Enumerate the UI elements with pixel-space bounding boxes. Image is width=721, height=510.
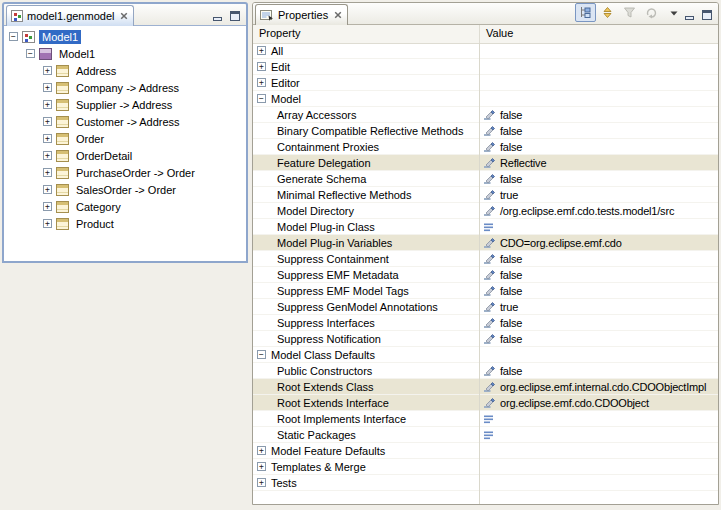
property-value-cell [479,221,718,233]
expand-icon[interactable]: + [43,202,52,211]
property-category-row[interactable]: +Editor [253,75,718,91]
property-name-cell: Suppress Interfaces [253,317,479,329]
pencil-value-icon [483,301,496,313]
property-row[interactable]: Model Plug-in Class [253,219,718,235]
property-row[interactable]: Array Accessorsfalse [253,107,718,123]
tree-item[interactable]: +Product [6,215,246,232]
value-column-header[interactable]: Value [479,25,718,43]
maximize-icon[interactable] [229,11,241,22]
tree-item-label: Address [73,64,119,78]
property-row[interactable]: Generate Schemafalse [253,171,718,187]
property-row[interactable]: Containment Proxiesfalse [253,139,718,155]
property-value: false [500,173,522,185]
expand-icon[interactable]: + [43,151,52,160]
show-tree-icon[interactable] [575,3,596,22]
minimize-icon[interactable] [212,11,224,22]
expand-icon[interactable]: + [43,185,52,194]
expand-icon[interactable]: + [257,78,266,87]
property-row[interactable]: Suppress EMF Metadatafalse [253,267,718,283]
tree-item[interactable]: +Category [6,198,246,215]
category-label: Model [271,93,301,105]
tree-item[interactable]: +Customer -> Address [6,113,246,130]
view-menu-icon[interactable] [663,3,684,22]
class-icon [56,184,69,196]
tree-item[interactable]: +SalesOrder -> Order [6,181,246,198]
property-row[interactable]: Suppress Containmentfalse [253,251,718,267]
class-icon [56,133,69,145]
property-name: Generate Schema [253,173,366,185]
property-row[interactable]: Suppress GenModel Annotationstrue [253,299,718,315]
tree-item-label: Model1 [56,47,98,61]
expand-icon[interactable]: + [43,219,52,228]
tree-item[interactable]: −Model1 [6,28,246,45]
tab-close-icon[interactable] [120,12,128,20]
expand-icon[interactable]: + [43,66,52,75]
property-name-cell: Binary Compatible Reflective Methods [253,125,479,137]
property-value-cell: false [479,173,718,185]
pencil-value-icon [483,285,496,297]
property-column-header[interactable]: Property [253,25,479,43]
property-row[interactable]: Root Implements Interface [253,411,718,427]
property-row[interactable]: Minimal Reflective Methodstrue [253,187,718,203]
property-row[interactable]: Suppress EMF Model Tagsfalse [253,283,718,299]
property-row[interactable]: Root Extends Classorg.eclipse.emf.intern… [253,379,718,395]
editor-tab[interactable]: model1.genmodel [6,5,134,26]
property-name: Static Packages [253,429,356,441]
property-row[interactable]: Model Directory/org.eclipse.emf.cdo.test… [253,203,718,219]
tree-item[interactable]: +OrderDetail [6,147,246,164]
tree-item[interactable]: −Model1 [6,45,246,62]
genmodel-editor-pane: model1.genmodel −Model1−Model1+Address+C… [2,2,248,263]
expand-icon[interactable]: + [43,83,52,92]
collapse-icon[interactable]: − [257,94,266,103]
tree-item[interactable]: +PurchaseOrder -> Order [6,164,246,181]
property-category-row[interactable]: +Edit [253,59,718,75]
maximize-icon[interactable] [701,10,713,21]
expand-icon[interactable]: + [43,117,52,126]
collapse-icon[interactable]: − [257,350,266,359]
expand-icon[interactable]: + [43,134,52,143]
tree-item[interactable]: +Order [6,130,246,147]
category-label: Model Feature Defaults [271,445,385,457]
property-row[interactable]: Suppress Interfacesfalse [253,315,718,331]
properties-tab[interactable]: Properties [255,4,348,25]
list-value-icon [483,221,496,233]
expand-icon[interactable]: + [257,62,266,71]
tree-item[interactable]: +Supplier -> Address [6,96,246,113]
tree-item[interactable]: +Address [6,62,246,79]
collapse-icon[interactable]: − [9,32,18,41]
property-row[interactable]: Static Packages [253,427,718,443]
property-category-row[interactable]: +Model Feature Defaults [253,443,718,459]
property-category-row[interactable]: +All [253,43,718,59]
tree-item-label: Customer -> Address [73,115,183,129]
property-category-row[interactable]: +Tests [253,475,718,491]
expand-icon[interactable]: + [43,100,52,109]
restore-default-icon[interactable] [641,3,662,22]
property-name-cell: Public Constructors [253,365,479,377]
column-resize-handle[interactable] [479,43,480,504]
show-categories-icon[interactable] [597,3,618,22]
property-row[interactable]: Public Constructorsfalse [253,363,718,379]
expand-icon[interactable]: + [43,168,52,177]
property-row[interactable]: Model Plug-in VariablesCDO=org.eclipse.e… [253,235,718,251]
expand-icon[interactable]: + [257,462,266,471]
properties-tab-label: Properties [278,9,328,21]
tab-close-icon[interactable] [334,11,342,19]
property-category-row[interactable]: −Model Class Defaults [253,347,718,363]
expand-icon[interactable]: + [257,478,266,487]
property-value: false [500,253,522,265]
expand-icon[interactable]: + [257,446,266,455]
property-value-cell: Reflective [479,157,718,169]
property-row[interactable]: Root Extends Interfaceorg.eclipse.emf.cd… [253,395,718,411]
filter-icon[interactable] [619,3,640,22]
tree-item-label: Supplier -> Address [73,98,175,112]
tree-item[interactable]: +Company -> Address [6,79,246,96]
minimize-icon[interactable] [684,10,696,21]
property-category-row[interactable]: +Templates & Merge [253,459,718,475]
property-row[interactable]: Binary Compatible Reflective Methodsfals… [253,123,718,139]
class-icon [56,150,69,162]
property-row[interactable]: Feature DelegationReflective [253,155,718,171]
expand-icon[interactable]: + [257,46,266,55]
property-category-row[interactable]: −Model [253,91,718,107]
collapse-icon[interactable]: − [26,49,35,58]
property-row[interactable]: Suppress Notificationfalse [253,331,718,347]
